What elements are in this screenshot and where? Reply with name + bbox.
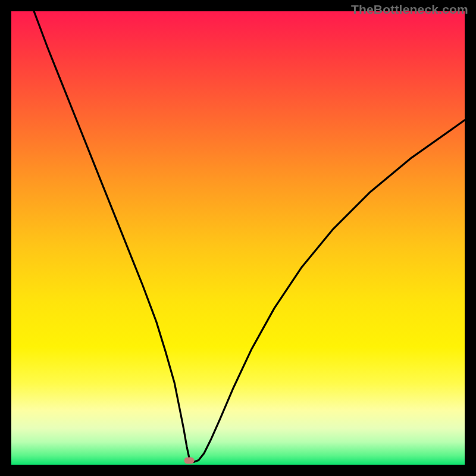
watermark-text: TheBottleneck.com <box>351 2 468 17</box>
chart-svg <box>11 11 465 465</box>
optimal-point-marker <box>184 458 194 464</box>
curve-path <box>34 11 465 462</box>
plot-area <box>11 11 465 465</box>
chart-frame: TheBottleneck.com <box>0 0 476 476</box>
